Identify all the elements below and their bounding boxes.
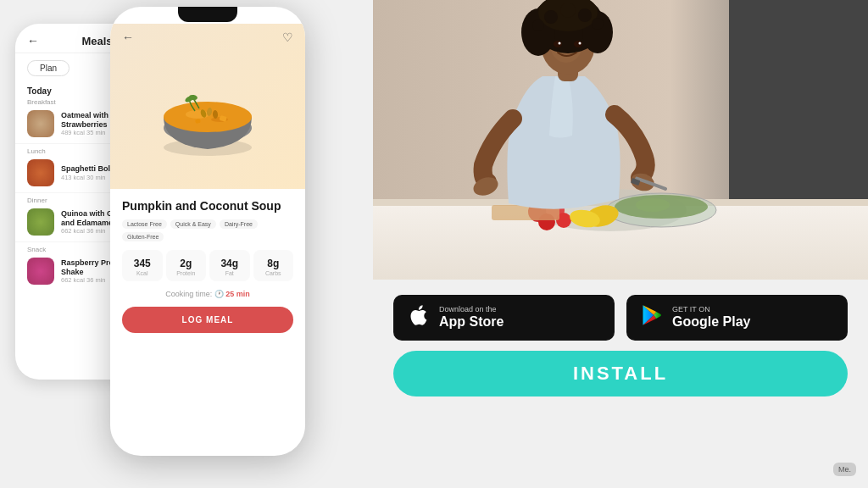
phone-notch (178, 7, 237, 22)
svg-point-45 (559, 42, 561, 45)
soup-bowl-illustration (148, 47, 267, 166)
app-store-button[interactable]: Download on the App Store (393, 295, 615, 341)
meal-img-shake (27, 258, 54, 285)
google-play-button[interactable]: GET IT ON Google Play (626, 295, 848, 341)
google-play-main: Google Play (672, 313, 750, 330)
google-play-text: GET IT ON Google Play (672, 306, 750, 330)
cooking-time-value: 🕐 25 min (214, 290, 250, 298)
meals-title: Meals (81, 35, 112, 47)
svg-point-38 (544, 10, 558, 24)
stat-kcal: 345 Kcal (122, 250, 163, 281)
svg-point-39 (560, 3, 576, 18)
recipe-content: Pumpkin and Coconut Soup Lactose Free Qu… (110, 189, 305, 456)
tag-gluten-free: Gluten-Free (122, 232, 164, 241)
fat-unit: Fat (213, 270, 247, 276)
recipe-title: Pumpkin and Coconut Soup (122, 199, 293, 213)
install-button-text: INSTALL (573, 363, 668, 384)
store-buttons: Download on the App Store (393, 295, 848, 341)
left-panel: ← Meals i Plan Today Breakfast Oatmeal w… (0, 0, 373, 488)
app-store-text: Download on the App Store (439, 306, 504, 330)
carbs-value: 8g (267, 258, 279, 269)
watermark: Me. (833, 463, 856, 476)
recipe-heart-icon[interactable]: ♡ (282, 30, 293, 44)
meal-img-quinoa (27, 208, 54, 236)
app-store-sub: Download on the (439, 306, 504, 313)
app-store-main: App Store (439, 313, 504, 330)
stat-carbs: 8g Carbs (253, 250, 294, 281)
recipe-back-icon[interactable]: ← (122, 30, 134, 44)
svg-point-41 (532, 19, 544, 31)
recipe-image-area: ← ♡ (110, 24, 305, 189)
recipe-tags: Lactose Free Quick & Easy Dairy-Free Glu… (122, 219, 293, 241)
stat-fat: 34g Fat (209, 250, 250, 281)
tag-lactose-free: Lactose Free (122, 219, 167, 229)
recipe-stats: 345 Kcal 2g Protein 34g Fat 8g Carbs (122, 250, 293, 281)
bottom-area: Download on the App Store (373, 280, 868, 488)
protein-value: 2g (180, 258, 192, 269)
svg-point-40 (578, 8, 592, 22)
cooking-time: Cooking time: 🕐 25 min (122, 290, 293, 298)
meal-img-oatmeal (27, 110, 54, 137)
kcal-unit: Kcal (125, 270, 159, 276)
phone-foreground: ← ♡ (110, 7, 305, 456)
svg-point-19 (636, 198, 670, 212)
tag-dairy-free: Dairy-Free (220, 219, 258, 229)
svg-point-42 (592, 18, 604, 30)
kcal-value: 345 (134, 258, 151, 269)
right-panel: Download on the App Store (373, 0, 868, 488)
tag-quick-easy: Quick & Easy (170, 219, 216, 229)
phone-fg-inner: ← ♡ (110, 7, 305, 456)
woman-cooking-illustration (373, 0, 868, 280)
apple-icon (407, 303, 431, 332)
meal-img-spaghetti (27, 159, 54, 186)
carbs-unit: Carbs (257, 270, 291, 276)
google-play-sub: GET IT ON (672, 306, 750, 313)
svg-point-46 (579, 42, 581, 45)
svg-point-44 (574, 41, 582, 47)
recipe-nav: ← ♡ (110, 30, 305, 44)
fat-value: 34g (220, 258, 238, 269)
protein-unit: Protein (170, 270, 203, 276)
svg-point-43 (554, 41, 562, 47)
photo-area (373, 0, 868, 280)
stat-protein: 2g Protein (166, 250, 207, 281)
back-arrow-icon[interactable]: ← (27, 34, 39, 47)
google-play-icon (640, 303, 664, 332)
plan-tab[interactable]: Plan (27, 60, 70, 76)
svg-point-2 (164, 102, 252, 132)
install-button[interactable]: INSTALL (393, 351, 848, 396)
log-meal-button[interactable]: LOG MEAL (122, 307, 293, 333)
